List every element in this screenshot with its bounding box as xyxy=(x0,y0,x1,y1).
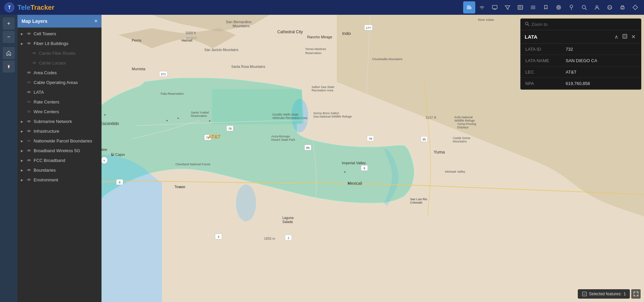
toolbar-print-btn[interactable] xyxy=(616,1,629,13)
svg-text:5: 5 xyxy=(104,159,105,162)
toolbar-filter-btn[interactable] xyxy=(501,1,514,13)
svg-line-21 xyxy=(585,8,587,10)
zoom-in-btn[interactable]: + xyxy=(3,17,15,30)
layer-item-submarine[interactable]: ▶ Submarine Network xyxy=(17,117,102,126)
popup-panel: LATA ∧ ✕ LATA ID732LATA NAMESAN DIEGO CA… xyxy=(520,18,641,90)
layer-item-fiber-buildings[interactable]: ▶ Fiber Lit Buildings xyxy=(17,39,102,48)
eye-icon[interactable] xyxy=(26,119,32,124)
layer-item-lata[interactable]: LATA xyxy=(17,87,102,97)
svg-text:Wildlife Refuge: Wildlife Refuge xyxy=(454,119,475,122)
toolbar-screen-btn[interactable] xyxy=(489,1,501,13)
eye-icon[interactable] xyxy=(26,158,32,163)
layer-item-parcel-boundaries[interactable]: ▶ Nationwide Parcel Boundaries xyxy=(17,136,102,146)
layer-item-environment[interactable]: ▶ Environment xyxy=(17,175,102,185)
layer-item-wire-centers[interactable]: Wire Centers xyxy=(17,107,102,117)
toolbar-list-btn[interactable] xyxy=(527,1,539,13)
layer-item-area-codes[interactable]: Area Codes xyxy=(17,68,102,78)
eye-icon[interactable] xyxy=(26,109,32,114)
chevron-right-icon: ▶ xyxy=(21,130,24,133)
layer-item-rate-centers[interactable]: Rate Centers xyxy=(17,97,102,107)
svg-text:Perris: Perris xyxy=(132,38,142,42)
svg-text:Rancho Mirage: Rancho Mirage xyxy=(307,35,332,39)
popup-title: LATA xyxy=(525,34,537,40)
svg-text:10175 ft: 10175 ft xyxy=(186,36,197,40)
svg-text:River Indian: River Indian xyxy=(478,18,494,21)
toolbar-bookmark-btn[interactable] xyxy=(540,1,552,13)
svg-text:8: 8 xyxy=(363,167,365,170)
svg-point-60 xyxy=(104,114,106,116)
eye-icon[interactable] xyxy=(26,129,32,134)
svg-point-139 xyxy=(28,121,30,122)
eye-icon[interactable] xyxy=(26,148,32,153)
svg-text:Sea National Wildlife Refuge: Sea National Wildlife Refuge xyxy=(313,115,352,118)
toolbar-antenna-btn[interactable] xyxy=(553,1,565,13)
svg-point-133 xyxy=(34,62,35,63)
layer-item-boundaries[interactable]: ▶ Boundaries xyxy=(17,165,102,175)
svg-text:Cathedral City: Cathedral City xyxy=(277,30,303,34)
svg-text:Murrieta: Murrieta xyxy=(132,67,146,71)
toolbar-layers-btn[interactable] xyxy=(463,1,475,13)
eye-icon[interactable] xyxy=(26,90,32,95)
layer-item-fcc-broadband[interactable]: ▶ FCC Broadband xyxy=(17,156,102,165)
eye-icon[interactable] xyxy=(32,60,37,66)
svg-text:El Cajon: El Cajon xyxy=(111,153,125,157)
zoom-to-input[interactable] xyxy=(531,22,637,27)
svg-line-147 xyxy=(528,25,529,26)
svg-text:78: 78 xyxy=(228,127,232,130)
toolbar-user-btn[interactable] xyxy=(591,1,603,13)
layer-name: Environment xyxy=(34,177,98,182)
popup-expand-btn[interactable]: ∧ xyxy=(613,33,620,41)
svg-text:Ocotillo Wells State: Ocotillo Wells State xyxy=(272,113,298,116)
layer-item-broadband-5g[interactable]: ▶ Broadband Wireless 5G xyxy=(17,146,102,156)
popup-table: LATA ID732LATA NAMESAN DIEGO CALECAT&TNP… xyxy=(521,44,641,89)
fullscreen-button[interactable] xyxy=(631,289,641,299)
layer-item-cable-op-areas[interactable]: Cable Operating Areas xyxy=(17,78,102,87)
zoom-out-btn[interactable]: − xyxy=(3,31,15,43)
toolbar-pin-btn[interactable] xyxy=(565,1,577,13)
layer-name: Carrier Locator xyxy=(39,61,98,66)
chevron-right-icon: ▶ xyxy=(21,120,24,123)
popup-window-btn[interactable] xyxy=(621,33,629,41)
toolbar-signal-btn[interactable] xyxy=(476,1,488,13)
eye-icon[interactable] xyxy=(26,31,32,36)
layer-item-infrastructure[interactable]: ▶ Infrastructure xyxy=(17,126,102,136)
logo-icon: T xyxy=(4,2,15,13)
toolbar-search-btn[interactable] xyxy=(578,1,590,13)
svg-text:95: 95 xyxy=(422,138,426,141)
chevron-right-icon: ▶ xyxy=(21,169,24,172)
svg-text:Colorado: Colorado xyxy=(410,201,422,204)
toolbar-diamond-btn[interactable] xyxy=(629,1,641,13)
chevron-right-icon: ▶ xyxy=(21,149,24,153)
layer-item-cell-towers[interactable]: ▶ Cell Towers xyxy=(17,29,102,39)
svg-text:Imperial Valley: Imperial Valley xyxy=(342,161,366,165)
eye-icon[interactable] xyxy=(26,177,32,182)
chevron-right-icon: ▶ xyxy=(21,32,24,36)
svg-text:177: 177 xyxy=(366,26,371,30)
svg-rect-4 xyxy=(467,8,472,9)
toolbar-table-btn[interactable] xyxy=(514,1,526,13)
eye-icon[interactable] xyxy=(26,80,32,85)
popup-field-key: LEC xyxy=(521,67,561,78)
popup-table-row: LECAT&T xyxy=(521,67,641,78)
selected-features-bar[interactable]: Selected features: 1 xyxy=(578,289,630,299)
popup-close-btn[interactable]: ✕ xyxy=(630,33,637,41)
layer-name: Cell Towers xyxy=(34,31,98,36)
layer-item-carrier-fiber[interactable]: Carrier Fiber Routes xyxy=(17,48,102,58)
eye-icon[interactable] xyxy=(26,168,32,173)
layer-name: Nationwide Parcel Boundaries xyxy=(34,138,98,143)
north-btn[interactable] xyxy=(3,60,15,73)
svg-text:San Bernardino: San Bernardino xyxy=(226,20,251,24)
eye-icon[interactable] xyxy=(26,138,32,143)
toolbar-grid2-btn[interactable]: 2G xyxy=(604,1,616,13)
eye-icon[interactable] xyxy=(26,99,32,104)
popup-field-value: SAN DIEGO CA xyxy=(561,55,641,67)
layers-close-button[interactable]: × xyxy=(94,18,97,24)
svg-text:86: 86 xyxy=(306,146,310,149)
layer-name: Infrastructure xyxy=(34,129,98,134)
eye-icon[interactable] xyxy=(26,41,32,46)
home-btn[interactable] xyxy=(3,47,15,59)
layer-item-carrier-locator[interactable]: Carrier Locator xyxy=(17,58,102,68)
eye-icon[interactable] xyxy=(32,51,37,56)
svg-text:T: T xyxy=(8,5,11,10)
eye-icon[interactable] xyxy=(26,70,32,75)
